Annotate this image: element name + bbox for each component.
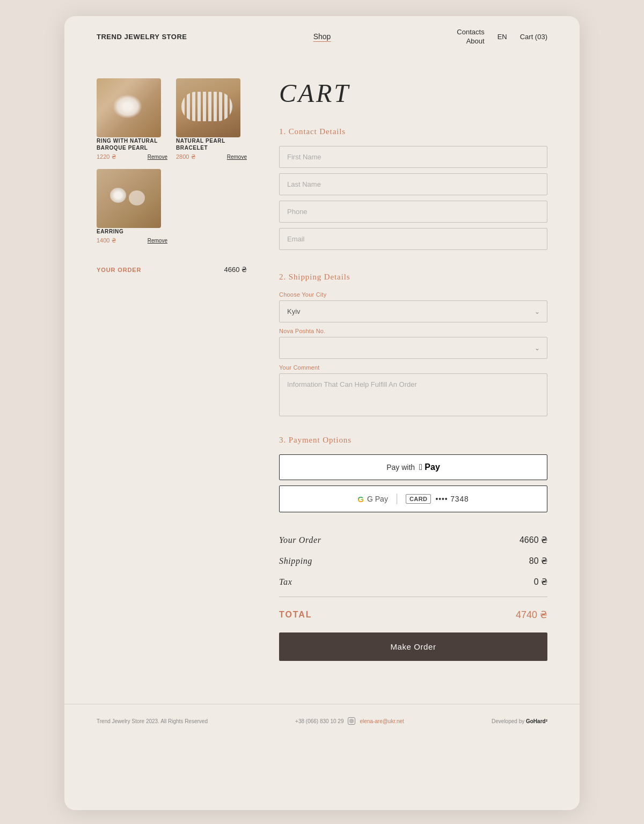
section2-title: 2. Shipping Details [279, 273, 547, 282]
product-price-row-ring: 1220 ₴ Remove [97, 153, 167, 160]
post-office-select[interactable] [279, 337, 547, 359]
product-price-row-earring: 1400 ₴ Remove [97, 237, 167, 244]
product-item-bracelet: NATURAL PEARL BRACELET 2800 ₴ Remove [176, 78, 247, 160]
contact-details-section: 1. Contact Details [279, 127, 547, 255]
gpay-divider [397, 494, 397, 504]
grand-total-row: TOTAL 4740 ₴ [279, 601, 547, 628]
nav-about-link[interactable]: About [466, 37, 485, 45]
apple-pay-icon:  Pay [419, 462, 440, 472]
footer-contact: +38 (066) 830 10 29 elena-are@ukr.net [295, 717, 404, 725]
comment-label: Your Comment [279, 364, 547, 371]
nav-shop-link[interactable]: Shop [313, 32, 331, 42]
product-grid: RING WITH NATURAL BAROQUE PEARL 1220 ₴ R… [97, 78, 247, 244]
city-select-wrapper: Kyiv Lviv Odesa Kharkiv ⌄ [279, 300, 547, 322]
shipping-value: 80 ₴ [529, 556, 547, 566]
google-pay-button[interactable]: G G Pay CARD •••• 7348 [279, 485, 547, 512]
apple-pay-label: Pay with [386, 463, 415, 472]
remove-bracelet-button[interactable]: Remove [227, 154, 247, 160]
last-name-input[interactable] [279, 173, 547, 195]
tax-label: Tax [279, 577, 292, 587]
gpay-pay-label: G Pay [367, 495, 388, 503]
product-image-ring [97, 78, 161, 137]
your-order-label: YOUR ORDER [97, 267, 141, 273]
subtotal-label: Your Order [279, 535, 321, 545]
product-price-ring: 1220 ₴ [97, 153, 116, 160]
section3-title: 3. Payment Options [279, 436, 547, 445]
nav-right-section: Contacts About EN Cart (03) [457, 28, 547, 45]
shipping-row: Shipping 80 ₴ [279, 550, 547, 571]
footer-dev: Developed by GoHard² [492, 718, 547, 724]
footer-email: elena-are@ukr.net [360, 718, 404, 724]
post-office-select-wrapper: ⌄ [279, 337, 547, 359]
nav-cart-link[interactable]: Cart (03) [520, 33, 547, 41]
product-image-earring [97, 169, 161, 228]
site-logo: TREND JEWELRY STORE [97, 33, 187, 41]
order-summary-row: YOUR ORDER 4660 ₴ [97, 257, 247, 274]
svg-point-1 [351, 720, 353, 722]
product-item-ring: RING WITH NATURAL BAROQUE PEARL 1220 ₴ R… [97, 78, 167, 160]
nav-contacts-about: Contacts About [457, 28, 484, 45]
city-label: Choose Your City [279, 291, 547, 298]
subtotal-row: Your Order 4660 ₴ [279, 529, 547, 550]
grand-total-value: 4740 ₴ [516, 609, 547, 621]
tax-row: Tax 0 ₴ [279, 571, 547, 592]
tax-value: 0 ₴ [534, 577, 547, 587]
footer-copyright: Trend Jewelry Store 2023. All Rights Res… [97, 718, 208, 724]
grand-total-label: TOTAL [279, 610, 312, 620]
first-name-input[interactable] [279, 146, 547, 168]
svg-point-2 [353, 720, 353, 720]
make-order-button[interactable]: Make Order [279, 632, 547, 661]
shipping-label: Shipping [279, 556, 312, 566]
product-name-bracelet: NATURAL PEARL BRACELET [176, 137, 247, 151]
product-price-earring: 1400 ₴ [97, 237, 116, 244]
card-number: •••• 7348 [435, 495, 469, 503]
checkout-column: CART 1. Contact Details 2. Shipping Deta… [279, 78, 547, 672]
your-order-value: 4660 ₴ [224, 266, 247, 274]
footer: Trend Jewelry Store 2023. All Rights Res… [64, 704, 580, 738]
nav-cart-label: Cart (03) [520, 33, 547, 41]
shipping-details-section: 2. Shipping Details Choose Your City Kyi… [279, 273, 547, 418]
gpay-logo: G G Pay [357, 495, 388, 504]
apple-pay-button[interactable]: Pay with  Pay [279, 454, 547, 480]
product-item-earring: EARRING 1400 ₴ Remove [97, 169, 167, 244]
product-image-bracelet [176, 78, 240, 137]
nav-language[interactable]: EN [497, 33, 507, 41]
section1-title: 1. Contact Details [279, 127, 547, 136]
nova-poshta-label: Nova Poshta No. [279, 328, 547, 334]
nav-contacts-link[interactable]: Contacts [457, 28, 484, 36]
city-select[interactable]: Kyiv Lviv Odesa Kharkiv [279, 300, 547, 322]
remove-earring-button[interactable]: Remove [148, 238, 167, 244]
product-name-earring: EARRING [97, 228, 167, 235]
card-badge: CARD [406, 494, 431, 504]
product-name-ring: RING WITH NATURAL BAROQUE PEARL [97, 137, 167, 151]
cart-items-column: RING WITH NATURAL BAROQUE PEARL 1220 ₴ R… [97, 78, 247, 672]
totals-divider [279, 597, 547, 597]
product-price-row-bracelet: 2800 ₴ Remove [176, 153, 247, 160]
footer-phone: +38 (066) 830 10 29 [295, 718, 343, 724]
order-totals-section: Your Order 4660 ₴ Shipping 80 ₴ Tax 0 ₴ … [279, 529, 547, 661]
subtotal-value: 4660 ₴ [519, 535, 547, 545]
instagram-icon[interactable] [348, 717, 355, 725]
cart-title: CART [279, 78, 547, 108]
remove-ring-button[interactable]: Remove [148, 154, 167, 160]
footer-dev-name: GoHard² [526, 718, 547, 724]
comment-textarea[interactable] [279, 373, 547, 416]
email-input[interactable] [279, 228, 547, 250]
payment-options-section: 3. Payment Options Pay with  Pay G G Pa… [279, 436, 547, 512]
phone-input[interactable] [279, 201, 547, 223]
google-g-icon: G [357, 495, 364, 504]
product-price-bracelet: 2800 ₴ [176, 153, 196, 160]
